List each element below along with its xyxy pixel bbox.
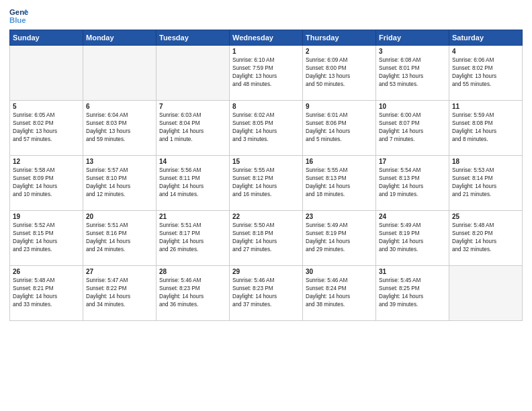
col-header-saturday: Saturday [449,30,523,46]
day-info: Sunrise: 5:46 AMSunset: 8:24 PMDaylight:… [306,277,373,309]
day-info: Sunrise: 5:47 AMSunset: 8:22 PMDaylight:… [86,277,153,309]
calendar-cell: 12Sunrise: 5:58 AMSunset: 8:09 PMDayligh… [10,156,83,211]
day-info: Sunrise: 5:49 AMSunset: 8:19 PMDaylight:… [379,222,446,254]
day-info: Sunrise: 5:51 AMSunset: 8:17 PMDaylight:… [159,222,226,254]
day-number: 29 [232,268,300,275]
day-info: Sunrise: 5:51 AMSunset: 8:16 PMDaylight:… [86,222,153,254]
day-number: 6 [86,103,153,110]
page: General Blue SundayMondayTuesdayWednesda… [0,0,532,411]
day-number: 5 [13,103,80,110]
logo: General Blue [9,7,28,26]
calendar-cell: 13Sunrise: 5:57 AMSunset: 8:10 PMDayligh… [83,156,157,211]
day-number: 25 [452,213,519,220]
calendar-cell: 23Sunrise: 5:49 AMSunset: 8:19 PMDayligh… [303,211,376,266]
day-info: Sunrise: 5:58 AMSunset: 8:09 PMDaylight:… [13,167,80,199]
day-info: Sunrise: 6:09 AMSunset: 8:00 PMDaylight:… [306,56,373,89]
calendar-cell: 2Sunrise: 6:09 AMSunset: 8:00 PMDaylight… [303,46,376,101]
calendar-cell: 31Sunrise: 5:45 AMSunset: 8:25 PMDayligh… [376,266,449,321]
calendar-cell: 11Sunrise: 5:59 AMSunset: 8:08 PMDayligh… [449,101,523,156]
day-number: 16 [306,158,373,165]
day-info: Sunrise: 6:08 AMSunset: 8:01 PMDaylight:… [379,56,446,89]
header-row: SundayMondayTuesdayWednesdayThursdayFrid… [10,30,523,46]
day-number: 14 [159,158,226,165]
col-header-sunday: Sunday [10,30,83,46]
calendar-cell: 20Sunrise: 5:51 AMSunset: 8:16 PMDayligh… [83,211,157,266]
calendar-cell: 3Sunrise: 6:08 AMSunset: 8:01 PMDaylight… [376,46,449,101]
day-number: 18 [452,158,519,165]
day-info: Sunrise: 6:00 AMSunset: 8:07 PMDaylight:… [379,111,446,144]
day-info: Sunrise: 5:46 AMSunset: 8:23 PMDaylight:… [232,277,300,309]
calendar-cell: 14Sunrise: 5:56 AMSunset: 8:11 PMDayligh… [157,156,230,211]
day-info: Sunrise: 5:48 AMSunset: 8:21 PMDaylight:… [13,277,80,309]
day-number: 12 [13,158,80,165]
day-info: Sunrise: 5:54 AMSunset: 8:13 PMDaylight:… [379,167,446,199]
calendar-cell: 26Sunrise: 5:48 AMSunset: 8:21 PMDayligh… [10,266,83,321]
calendar-cell: 6Sunrise: 6:04 AMSunset: 8:03 PMDaylight… [83,101,157,156]
calendar-cell [157,46,230,101]
calendar-cell: 22Sunrise: 5:50 AMSunset: 8:18 PMDayligh… [230,211,303,266]
day-number: 27 [86,268,153,275]
day-info: Sunrise: 6:03 AMSunset: 8:04 PMDaylight:… [159,111,226,144]
logo-icon: General Blue [9,7,28,26]
week-row-4: 26Sunrise: 5:48 AMSunset: 8:21 PMDayligh… [10,266,523,321]
day-info: Sunrise: 6:01 AMSunset: 8:06 PMDaylight:… [306,111,373,144]
day-number: 21 [159,213,226,220]
col-header-monday: Monday [83,30,157,46]
day-number: 28 [159,268,226,275]
calendar-cell: 16Sunrise: 5:55 AMSunset: 8:13 PMDayligh… [303,156,376,211]
day-number: 4 [452,48,519,55]
calendar-cell: 25Sunrise: 5:48 AMSunset: 8:20 PMDayligh… [449,211,523,266]
calendar-cell: 10Sunrise: 6:00 AMSunset: 8:07 PMDayligh… [376,101,449,156]
day-info: Sunrise: 5:46 AMSunset: 8:23 PMDaylight:… [159,277,226,309]
day-info: Sunrise: 6:02 AMSunset: 8:05 PMDaylight:… [232,111,300,144]
day-number: 2 [306,48,373,55]
week-row-0: 1Sunrise: 6:10 AMSunset: 7:59 PMDaylight… [10,46,523,101]
day-info: Sunrise: 5:45 AMSunset: 8:25 PMDaylight:… [379,277,446,309]
day-number: 17 [379,158,446,165]
day-info: Sunrise: 6:04 AMSunset: 8:03 PMDaylight:… [86,111,153,144]
calendar-cell: 5Sunrise: 6:05 AMSunset: 8:02 PMDaylight… [10,101,83,156]
calendar-cell [83,46,157,101]
calendar-cell: 21Sunrise: 5:51 AMSunset: 8:17 PMDayligh… [157,211,230,266]
week-row-1: 5Sunrise: 6:05 AMSunset: 8:02 PMDaylight… [10,101,523,156]
calendar-cell: 29Sunrise: 5:46 AMSunset: 8:23 PMDayligh… [230,266,303,321]
calendar-cell: 7Sunrise: 6:03 AMSunset: 8:04 PMDaylight… [157,101,230,156]
calendar-cell: 4Sunrise: 6:06 AMSunset: 8:02 PMDaylight… [449,46,523,101]
day-info: Sunrise: 6:05 AMSunset: 8:02 PMDaylight:… [13,111,80,144]
col-header-wednesday: Wednesday [230,30,303,46]
week-row-2: 12Sunrise: 5:58 AMSunset: 8:09 PMDayligh… [10,156,523,211]
day-info: Sunrise: 6:06 AMSunset: 8:02 PMDaylight:… [452,56,519,89]
day-number: 8 [232,103,300,110]
day-number: 1 [232,48,300,55]
day-info: Sunrise: 5:55 AMSunset: 8:12 PMDaylight:… [232,167,300,199]
day-number: 9 [306,103,373,110]
day-info: Sunrise: 5:59 AMSunset: 8:08 PMDaylight:… [452,111,519,144]
day-number: 23 [306,213,373,220]
header: General Blue [9,7,523,26]
svg-text:Blue: Blue [9,16,26,24]
calendar-cell: 30Sunrise: 5:46 AMSunset: 8:24 PMDayligh… [303,266,376,321]
day-number: 10 [379,103,446,110]
day-number: 22 [232,213,300,220]
col-header-friday: Friday [376,30,449,46]
day-number: 3 [379,48,446,55]
col-header-thursday: Thursday [303,30,376,46]
calendar-cell: 8Sunrise: 6:02 AMSunset: 8:05 PMDaylight… [230,101,303,156]
calendar-cell [10,46,83,101]
day-info: Sunrise: 5:49 AMSunset: 8:19 PMDaylight:… [306,222,373,254]
day-info: Sunrise: 5:52 AMSunset: 8:15 PMDaylight:… [13,222,80,254]
day-info: Sunrise: 5:57 AMSunset: 8:10 PMDaylight:… [86,167,153,199]
day-info: Sunrise: 5:56 AMSunset: 8:11 PMDaylight:… [159,167,226,199]
calendar-cell [449,266,523,321]
week-row-3: 19Sunrise: 5:52 AMSunset: 8:15 PMDayligh… [10,211,523,266]
day-info: Sunrise: 5:55 AMSunset: 8:13 PMDaylight:… [306,167,373,199]
calendar-cell: 9Sunrise: 6:01 AMSunset: 8:06 PMDaylight… [303,101,376,156]
calendar-cell: 27Sunrise: 5:47 AMSunset: 8:22 PMDayligh… [83,266,157,321]
day-info: Sunrise: 5:53 AMSunset: 8:14 PMDaylight:… [452,167,519,199]
day-number: 20 [86,213,153,220]
day-number: 13 [86,158,153,165]
day-number: 11 [452,103,519,110]
calendar-cell: 17Sunrise: 5:54 AMSunset: 8:13 PMDayligh… [376,156,449,211]
calendar-cell: 19Sunrise: 5:52 AMSunset: 8:15 PMDayligh… [10,211,83,266]
day-number: 19 [13,213,80,220]
